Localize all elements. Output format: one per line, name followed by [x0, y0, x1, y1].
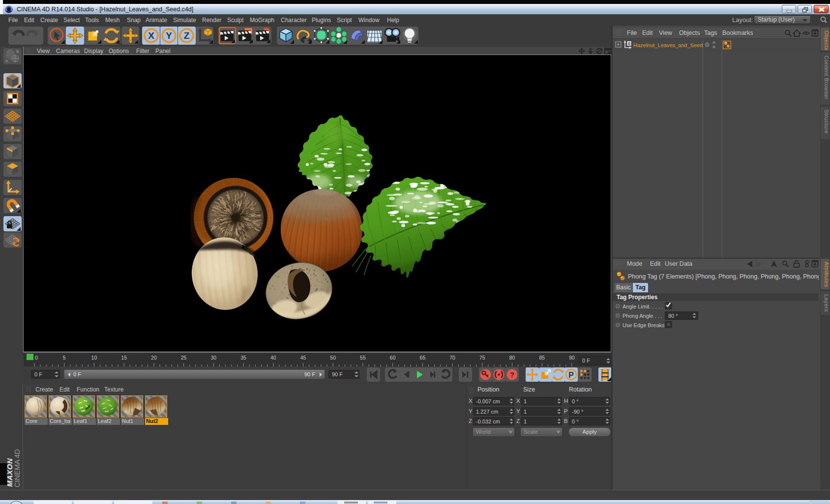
- svg-text:65: 65: [420, 355, 426, 361]
- svg-text:50: 50: [330, 355, 336, 361]
- svg-text:5: 5: [63, 355, 66, 361]
- svg-text:70: 70: [449, 355, 455, 361]
- svg-text:30: 30: [210, 355, 216, 361]
- svg-text:15: 15: [121, 355, 127, 361]
- svg-text:10: 10: [91, 355, 97, 361]
- svg-text:75: 75: [479, 355, 485, 361]
- svg-text:20: 20: [151, 355, 157, 361]
- svg-text:85: 85: [539, 355, 545, 361]
- svg-text:P: P: [568, 371, 574, 379]
- svg-text:Y: Y: [166, 30, 172, 41]
- svg-text:45: 45: [300, 355, 306, 361]
- svg-text:40: 40: [270, 355, 276, 361]
- svg-text:Z: Z: [184, 30, 190, 41]
- svg-text:0: 0: [35, 355, 38, 361]
- svg-text:90: 90: [569, 355, 575, 361]
- svg-text:?: ?: [510, 371, 514, 379]
- svg-text:35: 35: [240, 355, 246, 361]
- svg-text:55: 55: [360, 355, 366, 361]
- svg-text:60: 60: [390, 355, 396, 361]
- svg-text:0: 0: [628, 41, 630, 46]
- svg-text:X: X: [148, 30, 154, 41]
- svg-text:25: 25: [181, 355, 187, 361]
- svg-text:80: 80: [509, 355, 515, 361]
